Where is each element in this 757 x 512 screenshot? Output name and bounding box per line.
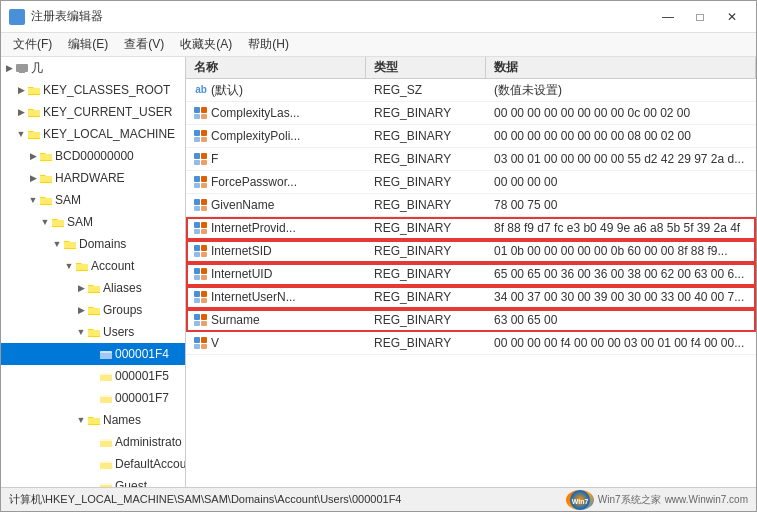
icon-binary-internetprovid <box>194 222 208 234</box>
expander-bcd[interactable]: ▶ <box>27 150 39 162</box>
table-row[interactable]: GivenName REG_BINARY 78 00 75 00 <box>186 194 756 217</box>
status-bar: 计算机\HKEY_LOCAL_MACHINE\SAM\SAM\Domains\A… <box>1 487 756 511</box>
expander-local-machine[interactable]: ▼ <box>15 128 27 140</box>
cell-name-forcepassword: ForcePasswor... <box>186 171 366 193</box>
table-row[interactable]: Surname REG_BINARY 63 00 65 00 <box>186 309 756 332</box>
col-header-data[interactable]: 数据 <box>486 57 756 78</box>
table-row[interactable]: InternetSID REG_BINARY 01 0b 00 00 00 00… <box>186 240 756 263</box>
expander-current-user[interactable]: ▶ <box>15 106 27 118</box>
folder-icon-000001f7 <box>99 392 113 404</box>
menu-view[interactable]: 查看(V) <box>116 34 172 55</box>
svg-rect-61 <box>201 344 207 349</box>
cell-data-f: 03 00 01 00 00 00 00 00 55 d2 42 29 97 2… <box>486 148 756 170</box>
svg-rect-9 <box>100 375 112 381</box>
table-row[interactable]: InternetUserN... REG_BINARY 34 00 37 00 … <box>186 286 756 309</box>
col-header-type[interactable]: 类型 <box>366 57 486 78</box>
cell-name-surname: Surname <box>186 309 366 331</box>
sidebar-tree[interactable]: ▶ 几 ▶ KEY_CLASSES_ROOT <box>1 57 186 487</box>
table-row[interactable]: InternetProvid... REG_BINARY 8f 88 f9 d7… <box>186 217 756 240</box>
svg-rect-29 <box>201 160 207 165</box>
table-row[interactable]: ComplexityPoli... REG_BINARY 00 00 00 00… <box>186 125 756 148</box>
tree-item-domains[interactable]: ▼ Domains <box>1 233 185 255</box>
tree-item-sam-root[interactable]: ▼ SAM <box>1 189 185 211</box>
computer-icon <box>15 62 29 74</box>
minimize-button[interactable]: — <box>652 7 684 27</box>
close-button[interactable]: ✕ <box>716 7 748 27</box>
svg-rect-43 <box>201 245 207 251</box>
tree-label-groups: Groups <box>103 301 142 319</box>
table-row[interactable]: F REG_BINARY 03 00 01 00 00 00 00 00 55 … <box>186 148 756 171</box>
maximize-button[interactable]: □ <box>684 7 716 27</box>
tree-item-sam-child[interactable]: ▼ SAM <box>1 211 185 233</box>
expander-groups[interactable]: ▶ <box>75 304 87 316</box>
table-row[interactable]: ab (默认) REG_SZ (数值未设置) <box>186 79 756 102</box>
expander-users[interactable]: ▼ <box>75 326 87 338</box>
watermark-text1: Win7系统之家 <box>598 493 661 507</box>
tree-item-current-user[interactable]: ▶ KEY_CURRENT_USER <box>1 101 185 123</box>
svg-rect-59 <box>201 337 207 343</box>
folder-icon-sam-root <box>39 194 53 206</box>
cell-name-internetsid: InternetSID <box>186 240 366 262</box>
expander-computer[interactable]: ▶ <box>3 62 15 74</box>
registry-table-header: 名称 类型 数据 <box>186 57 756 79</box>
tree-item-aliases[interactable]: ▶ Aliases <box>1 277 185 299</box>
expander-classes-root[interactable]: ▶ <box>15 84 27 96</box>
tree-item-000001f7[interactable]: ▶ 000001F7 <box>1 387 185 409</box>
cell-data-v: 00 00 00 00 f4 00 00 00 03 00 01 00 f4 0… <box>486 332 756 354</box>
window-controls: — □ ✕ <box>652 7 748 27</box>
title-bar: 注册表编辑器 — □ ✕ <box>1 1 756 33</box>
svg-rect-51 <box>201 291 207 297</box>
svg-rect-34 <box>194 199 200 205</box>
tree-item-account[interactable]: ▼ Account <box>1 255 185 277</box>
svg-rect-28 <box>194 160 200 165</box>
registry-table[interactable]: 名称 类型 数据 ab (默认) REG_SZ (数值未设置) <box>186 57 756 487</box>
tree-item-computer[interactable]: ▶ 几 <box>1 57 185 79</box>
svg-rect-30 <box>194 176 200 182</box>
table-row[interactable]: ComplexityLas... REG_BINARY 00 00 00 00 … <box>186 102 756 125</box>
expander-sam-root[interactable]: ▼ <box>27 194 39 206</box>
svg-rect-33 <box>201 183 207 188</box>
svg-rect-55 <box>201 314 207 320</box>
menu-help[interactable]: 帮助(H) <box>240 34 297 55</box>
tree-label-local-machine: KEY_LOCAL_MACHINE <box>43 125 175 143</box>
tree-item-local-machine[interactable]: ▼ KEY_LOCAL_MACHINE <box>1 123 185 145</box>
table-row[interactable]: ForcePasswor... REG_BINARY 00 00 00 00 <box>186 171 756 194</box>
table-row[interactable]: InternetUID REG_BINARY 65 00 65 00 36 00… <box>186 263 756 286</box>
tree-item-administrator[interactable]: ▶ Administrato <box>1 431 185 453</box>
status-text: 计算机\HKEY_LOCAL_MACHINE\SAM\SAM\Domains\A… <box>9 492 401 507</box>
cell-type-complexitypoli: REG_BINARY <box>366 125 486 147</box>
expander-names[interactable]: ▼ <box>75 414 87 426</box>
app-icon <box>9 9 25 25</box>
svg-rect-27 <box>201 153 207 159</box>
col-header-name[interactable]: 名称 <box>186 57 366 78</box>
svg-rect-0 <box>11 11 16 16</box>
table-row[interactable]: V REG_BINARY 00 00 00 00 f4 00 00 00 03 … <box>186 332 756 355</box>
menu-edit[interactable]: 编辑(E) <box>60 34 116 55</box>
expander-domains[interactable]: ▼ <box>51 238 63 250</box>
folder-icon-defaultaccount <box>99 458 113 470</box>
tree-item-classes-root[interactable]: ▶ KEY_CLASSES_ROOT <box>1 79 185 101</box>
tree-item-000001f4[interactable]: ▶ 000001F4 <box>1 343 185 365</box>
tree-label-000001f4: 000001F4 <box>115 345 169 363</box>
tree-item-users[interactable]: ▼ Users <box>1 321 185 343</box>
svg-rect-44 <box>194 252 200 257</box>
tree-item-bcd[interactable]: ▶ BCD00000000 <box>1 145 185 167</box>
tree-label-classes-root: KEY_CLASSES_ROOT <box>43 81 170 99</box>
tree-item-groups[interactable]: ▶ Groups <box>1 299 185 321</box>
icon-binary-internetuid <box>194 268 208 280</box>
tree-item-names[interactable]: ▼ Names <box>1 409 185 431</box>
folder-icon-local-machine <box>27 128 41 140</box>
menu-file[interactable]: 文件(F) <box>5 34 60 55</box>
expander-aliases[interactable]: ▶ <box>75 282 87 294</box>
expander-hardware[interactable]: ▶ <box>27 172 39 184</box>
menu-bar: 文件(F) 编辑(E) 查看(V) 收藏夹(A) 帮助(H) <box>1 33 756 57</box>
tree-item-hardware[interactable]: ▶ HARDWARE <box>1 167 185 189</box>
svg-rect-49 <box>201 275 207 280</box>
svg-rect-40 <box>194 229 200 234</box>
tree-item-000001f5[interactable]: ▶ 000001F5 <box>1 365 185 387</box>
tree-item-guest[interactable]: ▶ Guest <box>1 475 185 487</box>
tree-item-defaultaccount[interactable]: ▶ DefaultAccou <box>1 453 185 475</box>
expander-account[interactable]: ▼ <box>63 260 75 272</box>
expander-sam-child[interactable]: ▼ <box>39 216 51 228</box>
menu-favorites[interactable]: 收藏夹(A) <box>172 34 240 55</box>
